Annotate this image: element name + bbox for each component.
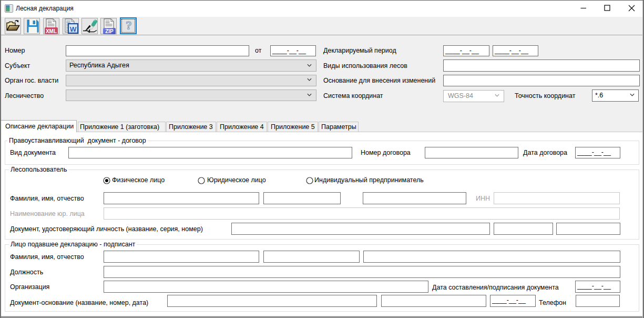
svg-text:XML: XML <box>46 28 57 34</box>
svg-text:W: W <box>70 25 77 33</box>
svg-text:ZIP: ZIP <box>105 28 114 34</box>
svg-text:?: ? <box>126 19 132 32</box>
